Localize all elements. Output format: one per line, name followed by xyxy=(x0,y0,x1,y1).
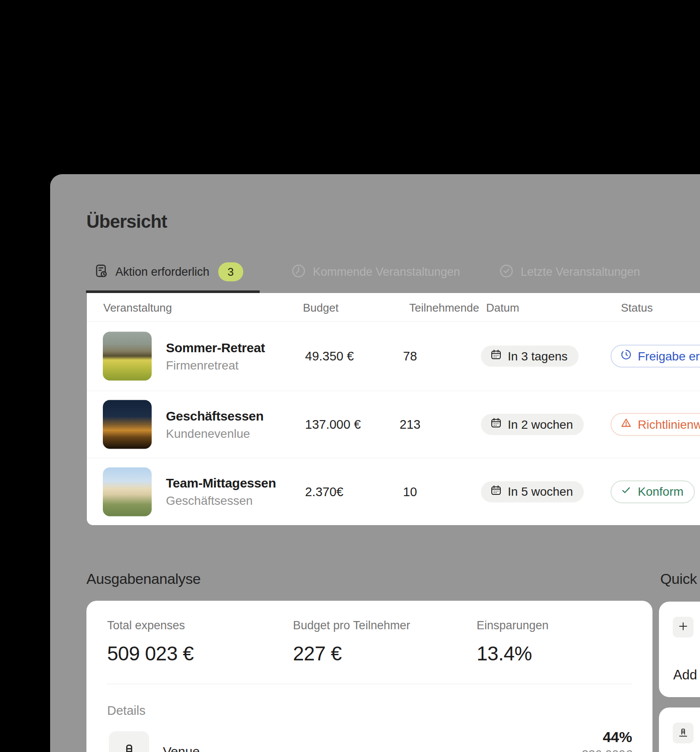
event-thumbnail-retreat xyxy=(103,332,152,381)
quick-panel-heading: Quick xyxy=(660,570,697,587)
event-thumbnail-dinner xyxy=(103,400,152,449)
event-budget: 137.000 € xyxy=(305,417,361,432)
event-thumbnail-lunch xyxy=(103,467,152,516)
date-chip: In 2 wochen xyxy=(481,414,584,435)
stat-value: 13.4% xyxy=(477,642,549,665)
plus-icon xyxy=(677,620,690,634)
tab-label: Aktion erforderlich xyxy=(115,265,210,279)
stat-label: Einsparungen xyxy=(477,619,549,632)
quick-add-card[interactable]: Add xyxy=(659,602,700,697)
divider xyxy=(107,684,632,684)
event-budget: 49.350 € xyxy=(305,349,354,363)
stat-savings: Einsparungen 13.4% xyxy=(477,619,549,665)
event-participants: 78 xyxy=(388,349,432,363)
expense-analysis-heading: Ausgabenanalyse xyxy=(86,570,200,587)
check-icon xyxy=(620,484,632,499)
tab-label: Kommende Veranstaltungen xyxy=(313,265,460,279)
stat-value: 509 023 € xyxy=(107,642,194,665)
event-name: Geschäftsessen xyxy=(166,408,264,423)
table-header: Veranstaltung Budget Teilnehmende Datum … xyxy=(87,293,700,322)
document-clock-icon xyxy=(93,263,109,281)
tab-aktion-erforderlich[interactable]: Aktion erforderlich 3 xyxy=(93,261,243,283)
clock-dashed-icon xyxy=(620,349,632,364)
date-chip-label: In 5 wochen xyxy=(508,485,573,499)
status-badge-warning: Richtlinienw xyxy=(611,413,700,436)
status-label: Konform xyxy=(638,485,684,499)
expense-analysis-card: Total expenses 509 023 € Budget pro Teil… xyxy=(86,601,652,752)
event-category: Firmenretreat xyxy=(166,358,265,372)
event-name: Team-Mittagessen xyxy=(166,476,276,491)
stat-total-expenses: Total expenses 509 023 € xyxy=(107,619,194,665)
add-button[interactable] xyxy=(673,617,694,637)
status-label: Freigabe erf xyxy=(638,349,700,363)
column-header-veranstaltung: Veranstaltung xyxy=(103,301,172,315)
detail-amount: 226.000€ xyxy=(582,748,632,752)
column-header-teilnehmende: Teilnehmende xyxy=(409,301,479,315)
status-badge-compliant: Konform xyxy=(611,480,695,503)
quick-second-card[interactable] xyxy=(659,707,700,752)
stat-label: Budget pro Teilnehmer xyxy=(293,619,410,632)
tab-count-badge: 3 xyxy=(218,262,243,281)
date-chip-label: In 3 tagens xyxy=(508,349,568,363)
tab-label: Letzte Veranstaltungen xyxy=(521,265,640,279)
stat-label: Total expenses xyxy=(107,619,194,632)
add-card-label: Add xyxy=(673,667,697,683)
warning-triangle-icon xyxy=(620,417,632,432)
status-badge-approval: Freigabe erf xyxy=(611,345,700,368)
calendar-icon xyxy=(490,349,502,364)
status-label: Richtlinienw xyxy=(638,417,700,431)
event-category: Kundenevenlue xyxy=(166,427,264,440)
tab-kommende-veranstaltungen[interactable]: Kommende Veranstaltungen xyxy=(290,261,460,283)
events-table: Veranstaltung Budget Teilnehmende Datum … xyxy=(87,293,700,525)
table-row[interactable]: Team-Mittagessen Geschäftsessen 2.370€ 1… xyxy=(87,458,700,525)
tab-letzte-veranstaltungen[interactable]: Letzte Veranstaltungen xyxy=(498,261,640,283)
detail-name: Venue xyxy=(163,744,200,752)
date-chip: In 5 wochen xyxy=(481,481,584,502)
event-participants: 10 xyxy=(388,484,432,499)
clock-circle-icon xyxy=(290,263,307,281)
detail-percent: 44% xyxy=(603,729,632,746)
overview-panel: Übersicht Aktion erforderlich 3 xyxy=(50,174,700,752)
table-row[interactable]: Geschäftsessen Kundenevenlue 137.000 € 2… xyxy=(87,391,700,458)
column-header-status: Status xyxy=(621,301,653,315)
venue-pool-ladder-icon xyxy=(109,731,149,752)
detail-row-venue[interactable]: Venue 44% 226.000€ xyxy=(107,731,632,752)
page-title: Übersicht xyxy=(86,211,167,232)
event-budget: 2.370€ xyxy=(305,484,344,499)
calendar-icon xyxy=(490,417,502,432)
date-chip: In 3 tagens xyxy=(481,346,579,367)
column-header-datum: Datum xyxy=(486,301,519,315)
event-category: Geschäftsessen xyxy=(166,494,276,508)
event-participants: 213 xyxy=(388,417,432,432)
calendar-icon xyxy=(490,484,502,499)
check-circle-icon xyxy=(498,263,515,281)
date-chip-label: In 2 wochen xyxy=(508,417,573,431)
details-label: Details xyxy=(107,704,146,718)
column-header-budget: Budget xyxy=(303,301,338,315)
stat-value: 227 € xyxy=(293,642,410,665)
pool-ladder-icon xyxy=(673,723,694,743)
screen: Übersicht Aktion erforderlich 3 xyxy=(0,0,700,752)
event-name: Sommer-Retreat xyxy=(166,340,265,355)
stat-budget-per-participant: Budget pro Teilnehmer 227 € xyxy=(293,619,410,665)
table-row[interactable]: Sommer-Retreat Firmenretreat 49.350 € 78 xyxy=(87,322,700,391)
